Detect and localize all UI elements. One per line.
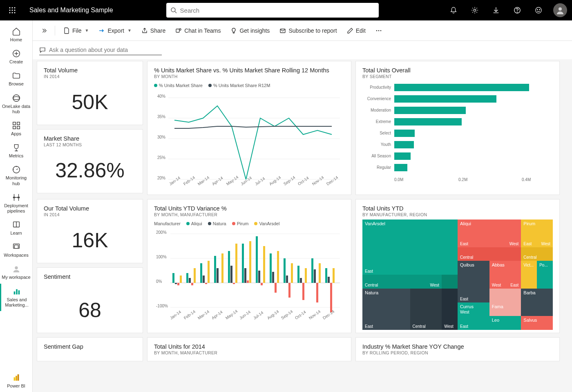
svg-text:40%: 40%	[157, 94, 165, 99]
grouped-bar-chart: 200%100%0%-100% Jan-14Feb-14Mar-14Apr-14…	[154, 228, 342, 322]
svg-text:Aug-14: Aug-14	[268, 175, 282, 186]
bulb-icon	[230, 27, 237, 34]
subscribe-button[interactable]: Subscribe to report	[276, 25, 340, 36]
user-avatar[interactable]	[553, 3, 567, 17]
download-icon[interactable]	[489, 4, 503, 17]
global-search[interactable]	[166, 3, 379, 18]
nav-home[interactable]: Home	[0, 24, 32, 46]
notifications-icon[interactable]	[447, 4, 460, 17]
svg-point-45	[378, 30, 379, 31]
svg-rect-100	[186, 273, 188, 283]
kpi-value: 32.86%	[44, 147, 136, 187]
more-menu[interactable]	[372, 25, 385, 36]
chart-legend: % Units Market Share % Units Market Shar…	[154, 83, 344, 88]
tile-subtitle: IN 2014	[44, 74, 136, 79]
tile-total-volume[interactable]: Total Volume IN 2014 50K	[37, 61, 143, 125]
tile-total-units-2014[interactable]: Total Units for 2014 BY MONTH, MANUFACTU…	[147, 337, 351, 361]
feedback-icon[interactable]	[532, 4, 545, 17]
svg-rect-33	[14, 245, 18, 249]
svg-rect-107	[208, 261, 210, 283]
tile-sentiment-gap[interactable]: Sentiment Gap	[37, 337, 143, 361]
topbar: Sales and Marketing Sample	[0, 0, 572, 20]
nav-learn[interactable]: Learn	[0, 217, 32, 239]
svg-text:Mar-14: Mar-14	[197, 309, 210, 320]
tile-subtitle: BY MONTH	[154, 74, 344, 79]
svg-rect-138	[316, 283, 318, 302]
insights-button[interactable]: Get insights	[227, 25, 273, 36]
tile-subtitle: BY SEGMENT	[362, 74, 553, 79]
nav-powerbi[interactable]: Power BI	[0, 370, 32, 392]
svg-rect-134	[302, 283, 304, 300]
svg-point-16	[539, 9, 540, 9]
svg-rect-119	[249, 241, 251, 283]
qa-input[interactable]	[39, 45, 162, 55]
svg-point-21	[13, 94, 20, 101]
svg-text:Dec-14: Dec-14	[322, 309, 335, 320]
tile-treemap[interactable]: Total Units YTD BY MANUFACTURER, REGION …	[355, 199, 560, 333]
search-input[interactable]	[180, 7, 375, 14]
app-launcher[interactable]	[5, 3, 20, 18]
svg-text:200%: 200%	[156, 230, 167, 235]
teams-chat-button[interactable]: Chat in Teams	[172, 25, 224, 36]
more-icon	[375, 27, 382, 34]
tile-title: Sentiment	[44, 273, 136, 280]
nav-browse[interactable]: Browse	[0, 68, 32, 90]
svg-rect-137	[314, 269, 316, 283]
svg-point-3	[9, 10, 11, 11]
svg-point-14	[536, 7, 541, 13]
svg-text:20%: 20%	[157, 176, 165, 180]
svg-text:Apr-14: Apr-14	[211, 309, 223, 320]
chat-icon	[39, 47, 46, 53]
tile-our-volume[interactable]: Our Total Volume IN 2014 16K	[37, 199, 143, 263]
edit-button[interactable]: Edit	[344, 25, 369, 36]
tile-subtitle: BY ROLLING PERIOD, REGION	[362, 350, 553, 355]
tile-industry-share[interactable]: Industry % Market Share YOY Change BY RO…	[355, 337, 560, 361]
expand-pane-button[interactable]	[38, 25, 50, 36]
mail-icon	[279, 27, 286, 34]
svg-point-15	[537, 9, 538, 9]
svg-rect-123	[263, 246, 265, 283]
svg-rect-97	[175, 283, 177, 284]
svg-text:Oct-14: Oct-14	[294, 309, 307, 320]
svg-point-6	[9, 12, 11, 13]
svg-rect-26	[17, 126, 19, 129]
svg-text:Feb-14: Feb-14	[183, 309, 197, 320]
svg-text:Sep-14: Sep-14	[280, 309, 294, 320]
svg-rect-35	[14, 291, 16, 294]
svg-rect-116	[242, 244, 244, 283]
svg-text:Select: Select	[380, 131, 391, 135]
nav-pipelines[interactable]: Deployment pipelines	[0, 190, 32, 217]
settings-icon[interactable]	[468, 4, 481, 17]
nav-create[interactable]: Create	[0, 46, 32, 68]
tile-market-share[interactable]: Market Share LAST 12 MONTHS 32.86%	[37, 129, 143, 193]
tile-sentiment[interactable]: Sentiment 68	[37, 267, 143, 333]
svg-point-17	[559, 7, 562, 11]
tile-ytd-variance[interactable]: Total Units YTD Variance % BY MONTH, MAN…	[147, 199, 351, 333]
chevron-down-icon: ▼	[127, 28, 132, 33]
toolbar: File▼ Export▼ Share Chat in Teams Get in…	[33, 20, 572, 41]
svg-rect-131	[291, 263, 293, 283]
svg-point-5	[14, 10, 16, 11]
help-icon[interactable]	[511, 4, 524, 17]
nav-monitoring[interactable]: Monitoring hub	[0, 162, 32, 189]
nav-my-workspace[interactable]: My workspace	[0, 261, 32, 283]
nav-workspaces[interactable]: Workspaces	[0, 239, 32, 261]
nav-metrics[interactable]: Metrics	[0, 140, 32, 162]
svg-point-0	[9, 7, 11, 9]
nav-onelake[interactable]: OneLake data hub	[0, 90, 32, 118]
tile-units-by-segment[interactable]: Total Units Overall BY SEGMENT Productiv…	[355, 61, 560, 195]
nav-apps[interactable]: Apps	[0, 118, 32, 140]
svg-rect-102	[191, 283, 193, 285]
svg-rect-121	[258, 271, 260, 283]
export-menu[interactable]: Export▼	[95, 25, 134, 36]
file-menu[interactable]: File▼	[60, 25, 92, 36]
svg-text:Jan-14: Jan-14	[169, 309, 182, 320]
svg-rect-25	[13, 126, 15, 129]
nav-current-report[interactable]: Sales and Marketing...	[0, 284, 32, 311]
svg-rect-126	[275, 283, 277, 293]
svg-rect-143	[333, 268, 335, 283]
svg-text:Sep-14: Sep-14	[283, 175, 296, 186]
share-button[interactable]: Share	[138, 25, 169, 36]
tile-market-share-chart[interactable]: % Units Market Share vs. % Units Market …	[147, 61, 351, 195]
app-title: Sales and Marketing Sample	[29, 7, 113, 14]
